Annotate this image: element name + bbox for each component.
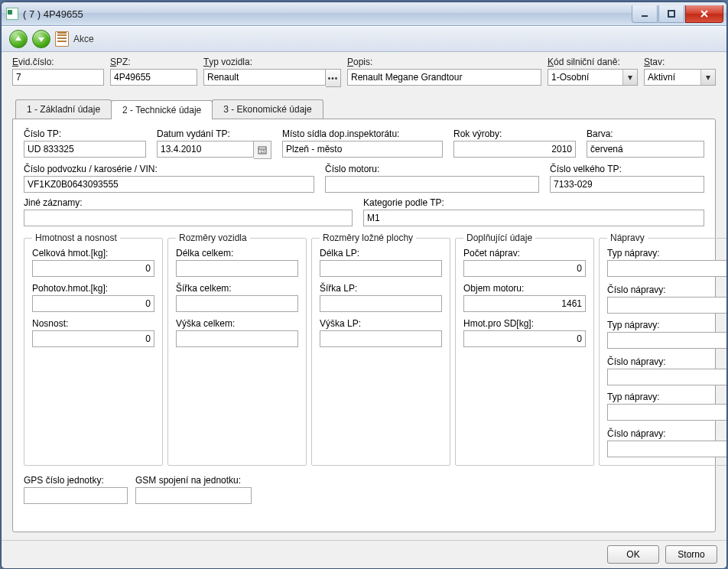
group-dopl-legend: Doplňující údaje (463, 232, 535, 243)
objem-input[interactable] (463, 295, 586, 312)
rok-label: Rok výroby: (453, 128, 576, 139)
misto-input[interactable] (282, 141, 443, 158)
svg-marker-5 (38, 37, 44, 42)
cislo-napravy-1-input[interactable] (607, 297, 727, 314)
vin-input[interactable] (24, 176, 314, 193)
cancel-button[interactable]: Storno (665, 545, 717, 564)
sirka-celkem-input[interactable] (176, 295, 298, 312)
pocet-naprav-label: Počet náprav: (463, 248, 586, 258)
pohot-label: Pohotov.hmot.[kg]: (32, 283, 154, 294)
spz-label: SPZ: (110, 57, 197, 67)
titlebar: ( 7 ) 4P49655 (2, 2, 726, 26)
nav-next-button[interactable] (32, 30, 50, 48)
spz-input[interactable] (110, 69, 197, 86)
rok-input[interactable] (453, 141, 576, 158)
gps-input[interactable] (24, 487, 128, 504)
nosnost-label: Nosnost: (32, 318, 154, 329)
kod-label: Kód silniční daně: (548, 57, 638, 67)
evid-label: Evid.číslo: (12, 57, 104, 67)
group-napravy-legend: Nápravy (607, 232, 648, 243)
chevron-down-icon (37, 35, 45, 43)
ok-button[interactable]: OK (607, 545, 659, 564)
dialog-button-bar: OK Storno (2, 540, 726, 568)
svg-rect-0 (642, 15, 648, 17)
minimize-icon (640, 9, 649, 18)
svg-text:15: 15 (260, 149, 265, 154)
celkova-label: Celková hmot.[kg]: (32, 248, 154, 258)
sirka-celkem-label: Šířka celkem: (176, 283, 298, 294)
nav-prev-button[interactable] (9, 30, 28, 48)
typ-napravy-2-input[interactable] (607, 332, 727, 349)
vyska-lp-input[interactable] (320, 330, 442, 347)
tab-panel-technical: Číslo TP: Datum vydání TP: 15 Mí (12, 119, 716, 532)
vyska-celkem-label: Výška celkem: (176, 318, 298, 329)
toolbar: Akce (2, 26, 726, 52)
gps-label: GPS číslo jednotky: (24, 475, 128, 486)
tab-economic[interactable]: 3 - Ekonomické údaje (212, 99, 323, 119)
tab-strip: 1 - Základní údaje 2 - Technické údaje 3… (12, 99, 716, 119)
gsm-input[interactable] (135, 487, 252, 504)
cislo-napravy-2-input[interactable] (607, 369, 727, 385)
close-icon (700, 9, 709, 18)
nosnost-input[interactable] (32, 330, 154, 347)
calendar-button[interactable]: 15 (254, 141, 271, 159)
calendar-icon: 15 (258, 145, 267, 154)
popis-input[interactable] (347, 69, 541, 86)
typ-label: Typ vozidla: (203, 57, 341, 67)
cislo-tp-input[interactable] (24, 141, 146, 158)
typ-napravy-1-input[interactable] (607, 260, 727, 277)
group-hmotnost-legend: Hmotnost a nosnost (32, 232, 120, 243)
group-rozmery-vozidla: Rozměry vozidla Délka celkem: Šířka celk… (167, 232, 307, 466)
misto-label: Místo sídla dop.inspektorátu: (282, 128, 443, 139)
sirka-lp-label: Šířka LP: (320, 283, 442, 294)
typ-lookup-button[interactable]: ••• (326, 69, 341, 87)
typ-napravy-label-2: Typ nápravy: (607, 320, 727, 330)
vyska-celkem-input[interactable] (176, 330, 298, 347)
delka-celkem-input[interactable] (176, 260, 298, 277)
delka-lp-input[interactable] (320, 260, 442, 277)
tab-technical[interactable]: 2 - Technické údaje (111, 100, 213, 119)
hmot-sd-label: Hmot.pro SD[kg]: (463, 318, 586, 329)
group-doplnujici: Doplňující údaje Počet náprav: Objem mot… (455, 232, 594, 466)
cislo-napravy-label-2: Číslo nápravy: (607, 356, 727, 367)
group-rozv-legend: Rozměry vozidla (176, 232, 250, 243)
datum-tp-input[interactable] (157, 141, 254, 158)
group-napravy: Nápravy Typ nápravy: Číslo nápravy: (599, 232, 727, 466)
datum-tp-label: Datum vydání TP: (157, 128, 271, 139)
svg-marker-4 (15, 36, 21, 41)
barva-label: Barva: (587, 128, 704, 139)
velke-tp-input[interactable] (550, 176, 704, 193)
actions-menu[interactable]: Akce (73, 34, 94, 44)
celkova-input[interactable] (32, 260, 154, 277)
group-rozmery-lp: Rozměry ložné plochy Délka LP: Šířka LP:… (311, 232, 450, 466)
window-close-button[interactable] (685, 5, 723, 23)
cislo-tp-label: Číslo TP: (24, 128, 146, 139)
dropdown-arrow-icon[interactable]: ▾ (700, 70, 715, 85)
delka-lp-label: Délka LP: (320, 248, 442, 258)
typ-input[interactable] (203, 69, 326, 86)
typ-napravy-3-input[interactable] (607, 404, 727, 421)
stav-label: Stav: (644, 57, 716, 67)
cislo-napravy-label-1: Číslo nápravy: (607, 284, 727, 295)
sirka-lp-input[interactable] (320, 295, 442, 312)
delka-celkem-label: Délka celkem: (176, 248, 298, 258)
window-minimize-button[interactable] (632, 5, 658, 23)
objem-label: Objem motoru: (463, 283, 586, 294)
tab-basic[interactable]: 1 - Základní údaje (15, 99, 112, 119)
dropdown-arrow-icon[interactable]: ▾ (622, 70, 637, 85)
pohot-input[interactable] (32, 295, 154, 312)
jine-input[interactable] (24, 210, 353, 226)
motor-input[interactable] (325, 176, 539, 193)
hmot-sd-input[interactable] (463, 330, 586, 347)
pocet-naprav-input[interactable] (463, 260, 586, 277)
barva-input[interactable] (587, 141, 704, 158)
maximize-icon (667, 9, 676, 18)
svg-rect-1 (668, 11, 674, 17)
evid-input[interactable] (12, 69, 104, 86)
vin-label: Číslo podvozku / karosérie / VIN: (24, 164, 314, 174)
cislo-napravy-3-input[interactable] (607, 441, 727, 457)
kat-tp-input[interactable] (363, 210, 704, 226)
chevron-up-icon (15, 35, 22, 43)
window-maximize-button[interactable] (658, 5, 684, 23)
jine-label: Jiné záznamy: (24, 197, 353, 208)
